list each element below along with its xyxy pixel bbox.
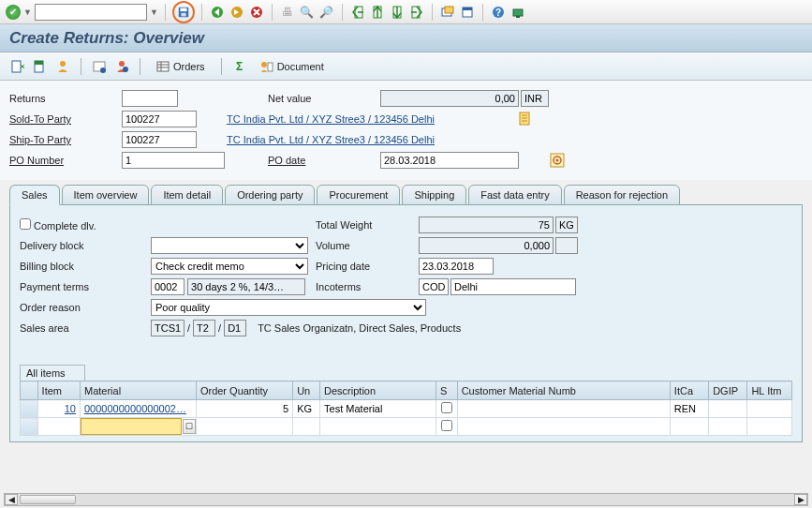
dgip-input[interactable] xyxy=(713,421,743,432)
tab-reason-rejection[interactable]: Reason for rejection xyxy=(564,185,680,205)
shipto-field[interactable] xyxy=(122,131,197,148)
display-header-icon[interactable] xyxy=(32,58,49,75)
help-icon[interactable]: ? xyxy=(490,4,507,21)
svg-rect-13 xyxy=(463,7,472,10)
command-field[interactable] xyxy=(35,4,147,21)
tab-panel-sales: Complete dlv. Total Weight Delivery bloc… xyxy=(9,204,803,442)
document-button[interactable]: Document xyxy=(254,58,331,75)
shortcut-icon[interactable] xyxy=(459,4,476,21)
new-session-icon[interactable] xyxy=(439,4,456,21)
tab-fast-data-entry[interactable]: Fast data entry xyxy=(468,185,561,205)
tab-sales[interactable]: Sales xyxy=(9,185,60,205)
horizontal-scrollbar[interactable]: ◀ ▶ xyxy=(4,493,808,506)
separator xyxy=(432,4,433,21)
hl-input[interactable] xyxy=(751,421,788,432)
tab-procurement[interactable]: Procurement xyxy=(317,185,400,205)
row-selector-header[interactable] xyxy=(21,381,38,400)
custmat-input[interactable] xyxy=(462,403,666,414)
tab-item-detail[interactable]: Item detail xyxy=(151,185,223,205)
incoterms-code[interactable] xyxy=(419,278,449,295)
custmat-input[interactable] xyxy=(462,421,666,432)
tab-item-overview[interactable]: Item overview xyxy=(62,185,150,205)
cancel-icon[interactable] xyxy=(248,4,265,21)
sales-area-label: Sales area xyxy=(20,322,151,334)
col-item[interactable]: Item xyxy=(37,381,80,400)
col-hl-itm[interactable]: HL Itm xyxy=(747,381,792,400)
material-input-focused[interactable] xyxy=(81,419,181,434)
s-checkbox[interactable] xyxy=(441,420,452,431)
order-reason-select[interactable]: Poor quality xyxy=(151,299,426,316)
podate-field[interactable] xyxy=(380,152,519,169)
podate-label[interactable]: PO date xyxy=(268,155,380,166)
unit-input[interactable] xyxy=(297,403,316,414)
f4-help-icon[interactable]: ☐ xyxy=(183,419,196,434)
config-icon[interactable] xyxy=(113,58,130,75)
col-customer-mat[interactable]: Customer Material Numb xyxy=(457,381,670,400)
shipto-link[interactable]: TC India Pvt. Ltd / XYZ Stree3 / 123456 … xyxy=(227,134,517,145)
col-order-qty[interactable]: Order Quantity xyxy=(196,381,292,400)
scroll-right-icon[interactable]: ▶ xyxy=(794,494,807,505)
display-doc-icon[interactable] xyxy=(9,58,26,75)
col-unit[interactable]: Un xyxy=(293,381,320,400)
complete-dlv-checkbox[interactable] xyxy=(20,218,31,230)
incoterms-text[interactable] xyxy=(450,278,576,295)
po-config-icon[interactable] xyxy=(549,152,566,169)
returns-field[interactable] xyxy=(122,90,178,107)
col-dgip[interactable]: DGIP xyxy=(709,381,747,400)
layout-icon[interactable] xyxy=(509,4,526,21)
prev-page-icon[interactable] xyxy=(369,4,386,21)
unit-input[interactable] xyxy=(297,421,316,432)
soldto-field[interactable] xyxy=(122,111,197,127)
first-page-icon[interactable] xyxy=(349,4,366,21)
next-page-icon[interactable] xyxy=(389,4,406,21)
soldto-details-icon[interactable] xyxy=(517,111,534,127)
partner-icon[interactable] xyxy=(54,58,71,75)
itca-input[interactable] xyxy=(674,421,704,432)
payment-terms-code[interactable] xyxy=(151,278,185,295)
svg-point-38 xyxy=(556,159,559,162)
ponum-label[interactable]: PO Number xyxy=(9,155,122,166)
exit-icon[interactable] xyxy=(229,4,245,21)
item-link[interactable]: 10 xyxy=(65,403,76,414)
hl-input[interactable] xyxy=(751,403,788,414)
itca-input[interactable] xyxy=(674,403,704,414)
s-checkbox[interactable] xyxy=(441,402,452,413)
col-description[interactable]: Description xyxy=(320,381,436,400)
material-link[interactable]: 0000000000000002… xyxy=(84,403,186,414)
desc-input[interactable] xyxy=(324,421,432,432)
col-s[interactable]: S xyxy=(436,381,457,400)
svg-text:?: ? xyxy=(495,7,501,18)
scroll-left-icon[interactable]: ◀ xyxy=(5,494,18,505)
soldto-link[interactable]: TC India Pvt. Ltd / XYZ Stree3 / 123456 … xyxy=(227,113,517,125)
pricing-date-field[interactable] xyxy=(419,258,494,275)
separator xyxy=(221,58,222,75)
col-material[interactable]: Material xyxy=(81,381,197,400)
propose-items-icon[interactable] xyxy=(91,58,108,75)
dgip-input[interactable] xyxy=(713,403,743,414)
enter-icon[interactable]: ✔ xyxy=(6,5,21,20)
last-page-icon[interactable] xyxy=(408,4,425,21)
back-icon[interactable] xyxy=(209,4,226,21)
tab-shipping[interactable]: Shipping xyxy=(402,185,466,205)
soldto-label[interactable]: Sold-To Party xyxy=(9,113,122,125)
svg-rect-1 xyxy=(180,7,186,11)
svg-point-24 xyxy=(119,61,125,67)
qty-input[interactable] xyxy=(200,403,288,414)
scroll-thumb[interactable] xyxy=(20,495,76,504)
tab-ordering-party[interactable]: Ordering party xyxy=(225,185,315,205)
svg-point-21 xyxy=(60,61,66,67)
delivery-block-select[interactable] xyxy=(151,237,308,254)
save-button[interactable] xyxy=(172,1,195,23)
orders-button[interactable]: Orders xyxy=(150,58,212,75)
desc-input[interactable] xyxy=(324,403,432,414)
row-selector[interactable] xyxy=(21,400,38,418)
row-selector[interactable] xyxy=(21,418,38,436)
col-itca[interactable]: ItCa xyxy=(670,381,708,400)
shipto-label[interactable]: Ship-To Party xyxy=(9,134,122,145)
item-input[interactable] xyxy=(42,421,76,432)
sum-icon[interactable]: Σ xyxy=(231,58,248,75)
billing-block-select[interactable]: Check credit memo xyxy=(151,258,308,275)
qty-input[interactable] xyxy=(200,421,288,432)
ponum-field[interactable] xyxy=(122,152,225,169)
document-label: Document xyxy=(277,61,324,72)
